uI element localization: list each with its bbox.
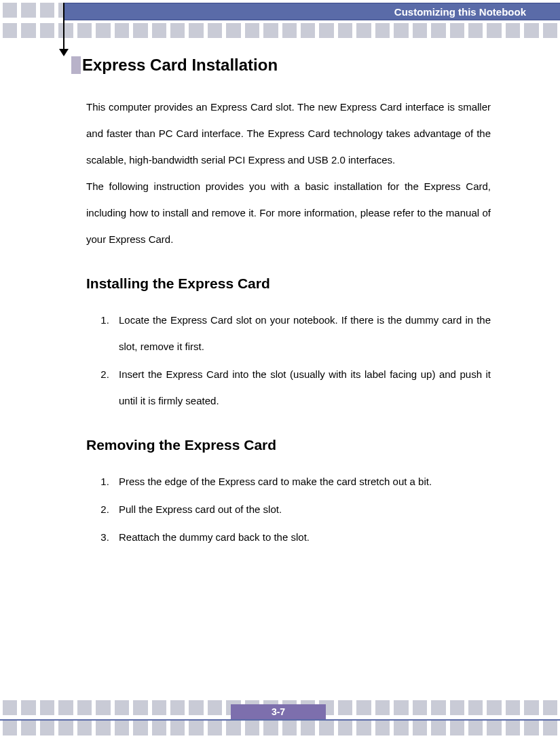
remove-steps-list: Press the edge of the Express card to ma… <box>112 468 506 550</box>
decor-band-top-2 <box>0 23 560 39</box>
install-heading: Installing the Express Card <box>86 275 506 292</box>
remove-step: Pull the Express card out of the slot. <box>112 496 491 522</box>
page-number-text: 3-7 <box>272 706 285 717</box>
footer-rule <box>0 719 560 721</box>
decor-band-bot-2 <box>0 721 560 737</box>
install-steps-list: Locate the Express Card slot on your not… <box>112 307 506 414</box>
header-bar: Customizing this Notebook <box>64 3 560 20</box>
title-marker-icon <box>71 56 81 74</box>
page-heading: Express Card Installation <box>82 56 278 75</box>
arrow-line-icon <box>63 3 64 53</box>
arrow-head-icon <box>59 49 69 56</box>
remove-step: Reattach the dummy card back to the slot… <box>112 524 491 550</box>
content-area: Express Card Installation This computer … <box>71 56 506 552</box>
header-title: Customizing this Notebook <box>394 6 526 18</box>
title-row: Express Card Installation <box>71 56 506 75</box>
install-step: Locate the Express Card slot on your not… <box>112 307 491 360</box>
intro-paragraph-2: The following instruction provides you w… <box>86 173 491 252</box>
page-number: 3-7 <box>231 704 326 719</box>
intro-paragraph-1: This computer provides an Express Card s… <box>86 94 491 173</box>
remove-heading: Removing the Express Card <box>86 437 506 453</box>
remove-step: Press the edge of the Express card to ma… <box>112 468 491 495</box>
install-step: Insert the Express Card into the slot (u… <box>112 361 491 414</box>
